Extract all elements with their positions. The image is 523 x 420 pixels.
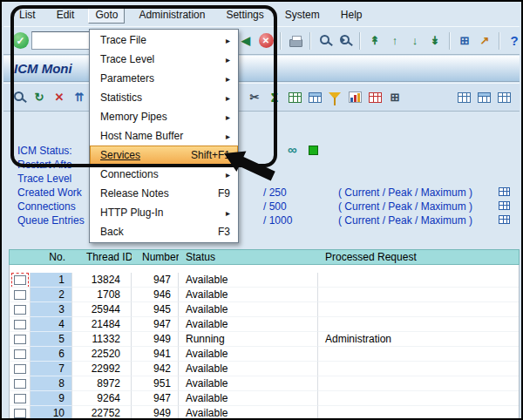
table-row[interactable]: 6 22520 941 Available (10, 347, 519, 362)
row-select-cell[interactable] (10, 317, 31, 332)
menu-item-services[interactable]: Services Shift+F1 (90, 146, 238, 165)
row-select-cell[interactable] (10, 376, 31, 391)
refresh-button[interactable]: ↻ (31, 89, 48, 106)
table-row[interactable]: 9 9264 947 Available (10, 391, 519, 406)
header-status[interactable]: Status (179, 251, 318, 263)
first-page-button[interactable]: ↟ (366, 32, 384, 50)
row-checkbox[interactable] (14, 275, 26, 285)
print-button[interactable] (287, 32, 304, 50)
menu-item-http-plug-in[interactable]: HTTP Plug-In ▸ (90, 203, 238, 222)
details-button[interactable] (10, 89, 28, 106)
header-processed-request[interactable]: Processed Request (318, 251, 519, 263)
row-number-cell[interactable]: 6 (31, 347, 72, 362)
detail-grid-icon[interactable] (499, 187, 510, 196)
row-number-cell[interactable]: 4 (31, 317, 72, 332)
row-checkbox[interactable] (14, 379, 26, 389)
table-row[interactable]: 5 11332 949 Running Administration (10, 332, 519, 347)
chart-button[interactable] (346, 89, 363, 106)
row-number-cell[interactable]: 2 (31, 288, 72, 302)
delete-button[interactable]: ✕ (51, 89, 68, 106)
menu-item-host-name-buffer[interactable]: Host Name Buffer ▸ (90, 126, 238, 146)
column-config-button[interactable] (495, 89, 513, 106)
menu-item-trace-file[interactable]: Trace File ▸ (90, 30, 238, 50)
header-no[interactable]: No. (31, 251, 72, 263)
row-checkbox[interactable] (14, 349, 26, 359)
export-button[interactable] (286, 89, 303, 106)
row-number-cell[interactable]: 9 (31, 391, 72, 406)
row-select-cell[interactable] (10, 288, 31, 302)
row-checkbox[interactable] (14, 335, 26, 344)
help-button[interactable]: ? (506, 32, 523, 50)
menu-list[interactable]: List (12, 6, 43, 24)
layout-icon (458, 92, 471, 103)
print-preview-button[interactable] (475, 89, 492, 106)
table-row[interactable]: 10 22752 949 Available (10, 406, 519, 420)
table-row[interactable]: 7 22992 942 Available (10, 362, 519, 376)
cancel-button[interactable]: ✕ (257, 32, 275, 50)
table-row[interactable]: 4 21484 947 Available (10, 317, 519, 332)
detail-grid-icon[interactable] (499, 201, 510, 210)
menu-item-connections[interactable]: Connections ▸ (90, 165, 238, 184)
number-cell: 949 (132, 332, 179, 347)
header-thread-id[interactable]: Thread ID (72, 251, 132, 263)
find-next-button[interactable] (336, 32, 354, 50)
title-bar: ICM Moni (3, 56, 520, 82)
row-checkbox[interactable] (14, 364, 26, 374)
row-checkbox[interactable] (14, 305, 26, 315)
choose-layout-button[interactable] (455, 89, 472, 106)
new-session-button[interactable]: ⊞ (456, 32, 473, 50)
row-select-cell[interactable] (10, 347, 31, 362)
row-select-cell[interactable] (10, 406, 31, 420)
next-page-button[interactable]: ↓ (406, 32, 424, 50)
row-checkbox[interactable] (14, 409, 26, 418)
menu-item-back[interactable]: Back F3 (90, 222, 238, 241)
row-number-cell[interactable]: 5 (31, 332, 72, 347)
row-select-cell[interactable] (10, 273, 31, 288)
detail-grid-icon[interactable] (499, 215, 510, 224)
back-button[interactable]: ◀ (237, 32, 255, 50)
row-number-cell[interactable]: 3 (31, 302, 72, 317)
menu-goto[interactable]: Goto (88, 6, 125, 24)
menu-administration[interactable]: Administration (132, 6, 212, 24)
cut-button[interactable]: ✂ (246, 89, 263, 106)
last-page-button[interactable]: ↡ (426, 32, 444, 50)
menu-item-release-notes[interactable]: Release Notes F9 (90, 184, 238, 203)
table-row[interactable]: 1 13824 947 Available (10, 273, 519, 288)
menu-item-trace-level[interactable]: Trace Level ▸ (90, 50, 238, 69)
menu-system[interactable]: System (278, 6, 327, 24)
find-button[interactable] (316, 32, 334, 50)
table-row[interactable]: 3 25944 945 Available (10, 302, 519, 317)
table-view-button[interactable] (306, 89, 323, 106)
row-select-cell[interactable] (10, 391, 31, 406)
row-number-cell[interactable]: 7 (31, 362, 72, 376)
layout-grid-button[interactable] (366, 89, 384, 106)
enter-button[interactable]: ✓ (12, 32, 29, 49)
sort-ascending-button[interactable]: ⇈ (71, 89, 88, 106)
row-select-cell[interactable] (10, 362, 31, 376)
row-number-cell[interactable]: 8 (31, 376, 72, 391)
menu-help[interactable]: Help (334, 6, 370, 24)
table-row[interactable]: 2 1708 946 Available (10, 288, 519, 302)
settings-button[interactable]: ⊞ (386, 89, 404, 106)
row-checkbox[interactable] (14, 290, 26, 300)
status-cell: Available (179, 347, 318, 362)
row-checkbox[interactable] (14, 320, 26, 329)
request-cell (318, 362, 519, 376)
row-number-cell[interactable]: 10 (31, 406, 72, 420)
header-number[interactable]: Number (132, 251, 179, 263)
row-checkbox[interactable] (14, 394, 26, 403)
shortcut-icon: ↗ (480, 35, 490, 46)
create-shortcut-button[interactable]: ↗ (476, 32, 493, 50)
row-number-cell[interactable]: 1 (31, 273, 72, 288)
menu-edit[interactable]: Edit (50, 6, 82, 24)
prev-page-button[interactable]: ↑ (386, 32, 404, 50)
table-row[interactable]: 8 8972 951 Available (10, 376, 519, 391)
menu-item-memory-pipes[interactable]: Memory Pipes ▸ (90, 107, 238, 126)
row-select-cell[interactable] (10, 302, 31, 317)
menu-item-parameters[interactable]: Parameters ▸ (90, 69, 238, 88)
menu-settings[interactable]: Settings (219, 6, 270, 24)
sum-button[interactable]: Σ (266, 89, 283, 106)
filter-button[interactable] (326, 89, 343, 106)
row-select-cell[interactable] (10, 332, 31, 347)
menu-item-statistics[interactable]: Statistics ▸ (90, 88, 238, 107)
